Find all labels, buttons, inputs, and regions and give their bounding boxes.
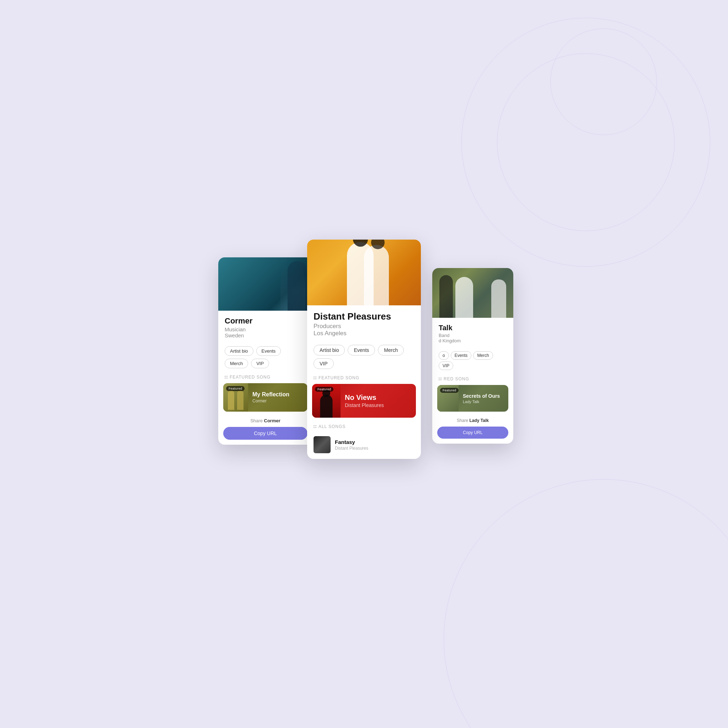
distant-featured-song[interactable]: Featured No Views Distant Pleasures	[312, 384, 416, 418]
cormer-name: Cormer	[225, 317, 306, 326]
distant-featured-info: No Views Distant Pleasures	[341, 393, 388, 408]
distant-type: Producers	[314, 323, 414, 330]
card-cormer: Cormer Musician Sweden Artist bio Events…	[218, 257, 312, 445]
cormer-featured-info: My Reflection Cormer	[248, 392, 294, 404]
tag-events-distant[interactable]: Events	[348, 345, 375, 355]
ladytalk-type: Band	[439, 333, 507, 338]
cormer-share: Share Cormer	[218, 415, 312, 425]
tag-events-cormer[interactable]: Events	[256, 346, 281, 356]
distant-body: Distant Pleasures Producers Los Angeles	[307, 305, 421, 341]
fantasy-thumb	[314, 436, 330, 453]
ladytalk-featured-info: Secrets of Ours Lady Talk	[459, 393, 504, 404]
ladytalk-featured-song[interactable]: Featured Secrets of Ours Lady Talk	[437, 385, 508, 411]
cormer-song-title: My Reflection	[252, 392, 289, 398]
distant-all-songs-label: All songs	[307, 421, 421, 431]
ladytalk-location: d Kingdom	[439, 338, 507, 343]
ladytalk-tags: o Events Merch VIP	[432, 348, 513, 373]
cormer-featured-song[interactable]: Featured My Reflection Cormer	[223, 383, 307, 411]
distant-song-title: No Views	[345, 393, 384, 402]
dots-icon-ladytalk	[439, 378, 442, 380]
tag-bio-ladytalk[interactable]: o	[439, 351, 449, 360]
fantasy-info: Fantasy Distant Pleasures	[335, 439, 368, 451]
cormer-body: Cormer Musician Sweden	[218, 310, 312, 343]
ladytalk-copy-url[interactable]: Copy URL	[437, 427, 508, 439]
dots-icon-distant	[314, 376, 317, 379]
cards-container: Cormer Musician Sweden Artist bio Events…	[222, 240, 506, 488]
tag-vip-ladytalk[interactable]: VIP	[439, 361, 453, 370]
cormer-tags: Artist bio Events Merch VIP	[218, 343, 312, 372]
dots-icon-all-distant	[314, 425, 317, 428]
cormer-featured-label: Featured song	[218, 372, 312, 382]
distant-featured-label: Featured song	[307, 373, 421, 382]
ladytalk-share: Share Lady Talk	[432, 415, 513, 424]
ladytalk-featured-badge: Featured	[440, 388, 459, 393]
fantasy-artist: Distant Pleasures	[335, 446, 368, 451]
cormer-location: Sweden	[225, 332, 306, 338]
ladytalk-share-name: Lady Talk	[469, 418, 488, 423]
tag-vip-distant[interactable]: VIP	[314, 358, 334, 369]
distant-all-songs: Fantasy Distant Pleasures	[307, 431, 421, 459]
tag-vip-cormer[interactable]: VIP	[251, 359, 269, 368]
distant-featured-badge: Featured	[315, 387, 333, 392]
tag-merch-ladytalk[interactable]: Merch	[473, 351, 492, 360]
distant-tags: Artist bio Events Merch VIP	[307, 341, 421, 373]
dots-icon-cormer	[225, 376, 228, 379]
tag-artist-bio-distant[interactable]: Artist bio	[314, 345, 345, 355]
cormer-type: Musician	[225, 326, 306, 332]
card-distant-pleasures: Distant Pleasures Producers Los Angeles …	[307, 240, 421, 459]
distant-name: Distant Pleasures	[314, 311, 414, 322]
distant-image	[307, 240, 421, 305]
ladytalk-featured-label: red song	[432, 373, 513, 384]
card-lady-talk: Talk Band d Kingdom o Events Merch VIP r…	[432, 268, 513, 444]
cormer-song-artist: Cormer	[252, 399, 289, 404]
cormer-copy-url[interactable]: Copy URL	[223, 427, 307, 440]
distant-location: Los Angeles	[314, 330, 414, 337]
distant-song-artist: Distant Pleasures	[345, 402, 384, 408]
tag-events-ladytalk[interactable]: Events	[451, 351, 472, 360]
ladytalk-body: Talk Band d Kingdom	[432, 318, 513, 348]
cormer-featured-badge: Featured	[226, 386, 245, 391]
tag-merch-cormer[interactable]: Merch	[225, 359, 248, 368]
ladytalk-name: Talk	[439, 323, 507, 332]
cormer-share-name: Cormer	[264, 418, 280, 424]
tag-merch-distant[interactable]: Merch	[378, 345, 404, 355]
cormer-image	[218, 257, 312, 310]
ladytalk-song-artist: Lady Talk	[463, 399, 500, 404]
ladytalk-song-title: Secrets of Ours	[463, 393, 500, 399]
tag-artist-bio-cormer[interactable]: Artist bio	[225, 346, 254, 356]
fantasy-title: Fantasy	[335, 439, 368, 445]
ladytalk-image	[432, 268, 513, 318]
song-item-fantasy[interactable]: Fantasy Distant Pleasures	[314, 433, 414, 456]
